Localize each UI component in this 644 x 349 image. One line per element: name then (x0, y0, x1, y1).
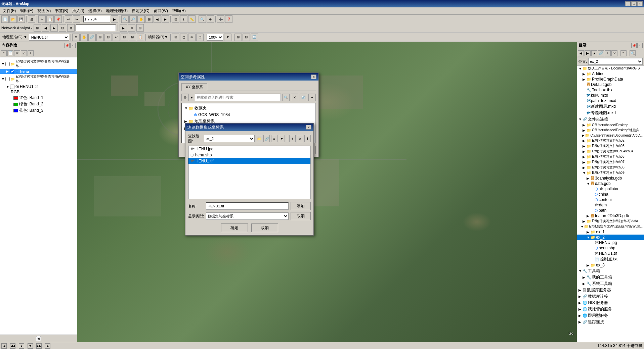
cat-my-toolbox[interactable]: ▶ 🔧 我的工具箱 (577, 274, 644, 281)
toc-source-btn[interactable]: 📄 (7, 50, 13, 56)
status-nav5[interactable]: ▶▶ (36, 343, 42, 349)
location-combo[interactable]: ex_2 (588, 58, 643, 65)
cat-dem[interactable]: 🗺 dem (577, 202, 644, 208)
cat-ch03[interactable]: ▶ 📁 E:\地信实习文件\ch03 (577, 143, 644, 149)
expand-arrow2[interactable]: ▶ (6, 69, 10, 73)
cat-ex2[interactable]: ▼ 📁 ex_2 (577, 235, 644, 240)
cat-profile[interactable]: ▶ 📁 ProfileGraphData (577, 77, 644, 82)
cat-expand18[interactable]: ▶ (583, 160, 587, 164)
cat-db-server[interactable]: ▶ 🗄 数据库服务器 (577, 287, 644, 293)
cat-addins[interactable]: ▶ 📁 Addins (577, 71, 644, 77)
na-btn3[interactable]: ▶ (50, 24, 58, 32)
cat-ch09[interactable]: ▼ 📁 E:\地信实习文件\ch09 (577, 170, 644, 176)
cat-3danalysis[interactable]: ▶ 🗄 3danalysis.gdb (577, 176, 644, 181)
cat-dixin-desktop[interactable]: ▶ 📁 C:\Users\hasee\Desktop\地信实... (577, 128, 644, 133)
status-nav6[interactable]: ▶ (45, 343, 50, 349)
cat-file-conn[interactable]: ▼ 🔗 文件夹连接 (577, 116, 644, 122)
cat-expand41[interactable]: ▶ (578, 288, 583, 292)
na-run-btn[interactable]: ▶ (120, 24, 127, 32)
cat-docs-arc[interactable]: ▶ 📁 C:\Users\hasee\Documents\ArcC... (577, 133, 644, 138)
cat-sys-toolbox[interactable]: ▶ 🔧 系统工具箱 (577, 281, 644, 287)
na-input[interactable] (76, 24, 116, 31)
toc-layer-henu1[interactable]: ▼ 🗺 HENU1.tif (0, 84, 77, 89)
sr-tab-xy[interactable]: XY 坐标系 (181, 83, 207, 91)
cat-expand20[interactable]: ▼ (583, 171, 587, 175)
expand-arrow4[interactable]: ▼ (6, 85, 10, 89)
copy-btn[interactable]: 📋 (46, 15, 54, 23)
catalog-pin-btn[interactable]: 📌 (631, 43, 637, 48)
print-btn[interactable]: 🖨 (28, 15, 35, 23)
map-area[interactable]: Go (77, 42, 577, 342)
cat-expand40[interactable]: ▶ (583, 282, 587, 286)
undo-btn[interactable]: ↩ (65, 15, 72, 23)
cat-henu-jpg[interactable]: 🗺 HENU.jpg (577, 240, 644, 245)
cat-expand19[interactable]: ▶ (583, 166, 587, 169)
cat-track-conn[interactable]: ▶ 🔗 追踪连接 (577, 319, 644, 325)
status-nav2[interactable]: ◀◀ (10, 343, 15, 349)
cat-db-conn[interactable]: ▶ 🔗 数据库连接 (577, 293, 644, 300)
zoom-in-btn[interactable]: 🔍 (121, 15, 129, 23)
catalog-close-btn[interactable]: × (637, 43, 643, 48)
georef-btn1[interactable]: ⊕ (72, 34, 80, 41)
sr-search-input[interactable] (195, 94, 281, 101)
cat-toolboxes[interactable]: ▼ 🔧 工具箱 (577, 268, 644, 274)
cat-feat2d[interactable]: ▶ 🗄 feature2Dto3D.gdb (577, 213, 644, 218)
cat-expand44[interactable]: ▶ (578, 307, 583, 311)
georef-btn2[interactable]: ✋ (80, 34, 88, 41)
next-extent-btn[interactable]: ▶ (162, 15, 169, 23)
na-dir-btn[interactable]: ⊞ (136, 24, 144, 32)
menu-file[interactable]: 文件(F) (1, 7, 18, 14)
close-btn[interactable]: × (637, 1, 643, 6)
cat-expand43[interactable]: ▶ (578, 301, 583, 305)
cat-ctrl-txt[interactable]: 📄 控制点.txt (577, 256, 644, 262)
menu-insert[interactable]: 插入(I) (70, 7, 86, 14)
menu-view[interactable]: 视图(V) (35, 7, 53, 14)
pan-btn[interactable]: ✋ (137, 15, 145, 23)
cat-default-gdb[interactable]: 🗄 Default.gdb (577, 82, 644, 87)
georef-btn7[interactable]: ⊡ (121, 34, 128, 41)
browse-henu-jpg[interactable]: 🗺 HENU.jpg (188, 146, 310, 152)
minimize-btn[interactable]: _ (625, 1, 631, 6)
browse-del-btn[interactable]: ✕ (297, 135, 303, 142)
measure-btn[interactable]: 📏 (188, 15, 196, 23)
menu-bookmark[interactable]: 书签(B) (53, 7, 70, 14)
browse-henu-shp[interactable]: ⬡ henu.shp (188, 152, 310, 158)
layout-btn1[interactable]: ⊞ (234, 34, 242, 41)
cat-path[interactable]: ⬡ path (577, 208, 644, 213)
cat-expand21[interactable]: ▶ (587, 177, 591, 180)
layer-select[interactable]: HENU1.tif (29, 34, 69, 41)
browse-up-btn[interactable]: 📁 (256, 135, 262, 142)
layout-btn2[interactable]: ⊟ (243, 34, 250, 41)
zoom-go-btn[interactable]: ▶ (111, 15, 118, 23)
cat-expand14[interactable]: ▶ (583, 139, 587, 143)
cat-expand2[interactable]: ▶ (583, 72, 587, 76)
cat-new-btn[interactable]: + (605, 50, 611, 56)
zoom-more-btn[interactable]: ▼ (224, 34, 231, 41)
toc-vis-btn[interactable]: 👁 (14, 50, 20, 56)
cat-up-btn[interactable]: ▲ (591, 50, 597, 56)
arcmap-help-btn[interactable]: ❓ (225, 15, 232, 23)
cat-expand39[interactable]: ▶ (583, 276, 587, 279)
cat-expand22[interactable]: ▼ (587, 182, 591, 186)
browse-type-combo[interactable]: 数据集与坐标系 (206, 212, 289, 220)
cat-expand28[interactable]: ▶ (587, 214, 591, 218)
cat-expand30[interactable]: ▼ (581, 225, 584, 229)
cat-new-layer[interactable]: 🗺 新建图层.mxd (577, 103, 644, 110)
cat-henu-shp[interactable]: ⬡ henu.shp (577, 245, 644, 251)
toc-list-btn[interactable]: ≡ (1, 50, 7, 56)
sr-dialog-title-bar[interactable]: 空间参考属性 × (179, 73, 318, 81)
na-btn2[interactable]: ◀ (42, 24, 49, 32)
maximize-btn[interactable]: □ (631, 1, 637, 6)
paste-btn[interactable]: 📌 (54, 15, 62, 23)
cat-expand31[interactable]: ▶ (587, 230, 591, 234)
zoom-select[interactable]: 100% (207, 34, 223, 41)
cat-back-btn[interactable]: ◀ (578, 50, 584, 56)
toc-henu-checkbox[interactable] (10, 69, 14, 73)
open-btn[interactable]: 📂 (9, 15, 17, 23)
cat-expand29[interactable]: ▶ (583, 219, 587, 223)
cat-ex1[interactable]: ▶ 📁 ex_1 (577, 229, 644, 235)
cat-fwd-btn[interactable]: ▶ (585, 50, 591, 56)
cat-expand13[interactable]: ▶ (582, 134, 585, 137)
na-btn1[interactable]: ⊞ (34, 24, 41, 32)
cat-china[interactable]: ⬡ china (577, 192, 644, 197)
